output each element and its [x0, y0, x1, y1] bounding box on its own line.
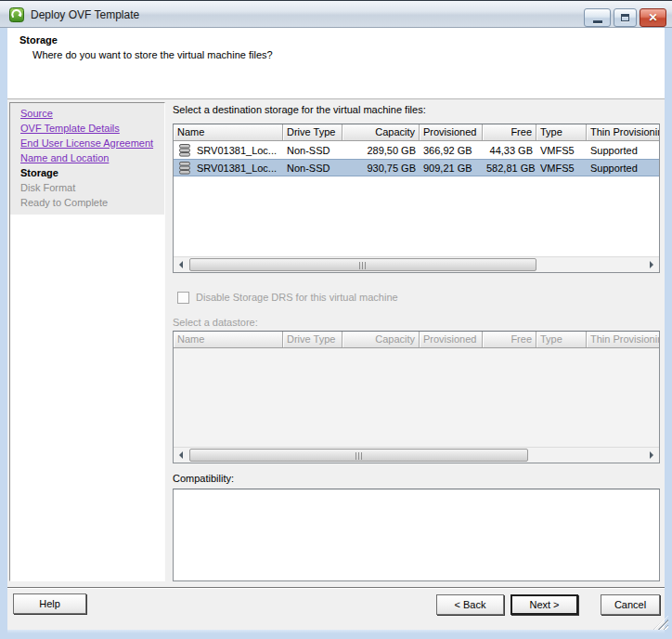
sidebar-item-ready-to-complete: Ready to Complete [10, 195, 164, 210]
disable-storage-drs-label: Disable Storage DRS for this virtual mac… [196, 292, 398, 303]
horizontal-scrollbar[interactable] [174, 447, 659, 463]
cell-provisioned: 366,92 GB [420, 145, 483, 156]
wizard-step-panel: Source OVF Template Details End User Lic… [9, 102, 165, 581]
scroll-left-arrow[interactable] [174, 448, 188, 463]
sidebar-item-name-and-location[interactable]: Name and Location [10, 150, 164, 165]
cancel-button[interactable]: Cancel [601, 594, 660, 615]
vsphere-client-icon [9, 7, 24, 22]
cell-name: SRV01381_Loc... [197, 163, 277, 174]
column-header-drive-type: Drive Type [283, 332, 342, 347]
cell-free: 44,33 GB [483, 145, 536, 156]
step-list: Source OVF Template Details End User Lic… [10, 103, 164, 215]
scrollbar-grip-icon [355, 452, 363, 460]
cell-capacity: 930,75 GB [342, 163, 420, 174]
scrollbar-thumb[interactable] [189, 258, 536, 271]
select-datastore-label: Select a datastore: [173, 317, 258, 328]
titlebar[interactable]: Deploy OVF Template ✕ [0, 0, 672, 28]
cell-capacity: 289,50 GB [342, 145, 420, 156]
sidebar-item-storage: Storage [10, 165, 164, 180]
column-header-capacity[interactable]: Capacity [342, 124, 420, 140]
select-storage-label: Select a destination storage for the vir… [173, 104, 426, 115]
cell-drive-type: Non-SSD [283, 163, 342, 174]
datastore-table-header: Name Drive Type Capacity Provisioned Fre… [174, 332, 659, 348]
left-arrow-icon [179, 451, 183, 459]
maximize-icon [621, 14, 629, 21]
cell-drive-type: Non-SSD [283, 145, 342, 156]
column-header-thin-provisioning[interactable]: Thin Provisioning [587, 124, 659, 140]
cell-name: SRV01381_Loc... [197, 145, 277, 156]
maximize-button[interactable] [614, 8, 637, 27]
column-header-type[interactable]: Type [536, 124, 587, 140]
cell-type: VMFS5 [536, 163, 587, 174]
disable-storage-drs-checkbox[interactable] [177, 292, 189, 304]
sidebar-item-disk-format: Disk Format [10, 180, 164, 195]
deploy-ovf-template-dialog: Deploy OVF Template ✕ Storage Where do y… [0, 0, 672, 639]
footer-separator [7, 587, 665, 589]
right-arrow-icon [650, 451, 653, 459]
close-icon: ✕ [648, 11, 657, 24]
compatibility-label: Compatibility: [173, 473, 234, 484]
cell-thin-provisioning: Supported [587, 163, 659, 174]
column-header-provisioned[interactable]: Provisioned [420, 124, 483, 140]
storage-table-header[interactable]: Name Drive Type Capacity Provisioned Fre… [174, 124, 659, 141]
column-header-free[interactable]: Free [483, 124, 536, 140]
page-subtitle: Where do you want to store the virtual m… [32, 49, 273, 60]
window-title: Deploy OVF Template [31, 8, 139, 21]
horizontal-scrollbar[interactable] [174, 256, 659, 272]
storage-table[interactable]: Name Drive Type Capacity Provisioned Fre… [173, 124, 660, 273]
table-row[interactable]: SRV01381_Loc... Non-SSD 289,50 GB 366,92… [174, 141, 659, 159]
help-button[interactable]: Help [13, 593, 86, 614]
table-row-selected[interactable]: SRV01381_Loc... Non-SSD 930,75 GB 909,21… [174, 159, 659, 176]
column-header-name: Name [174, 332, 283, 347]
cell-free: 582,81 GB [483, 163, 536, 174]
datastore-table: Name Drive Type Capacity Provisioned Fre… [173, 331, 660, 463]
next-button[interactable]: Next > [510, 594, 578, 615]
scroll-left-arrow[interactable] [174, 257, 188, 272]
window-frame-right [665, 28, 672, 639]
window-frame-left [0, 28, 7, 639]
wizard-header: Storage Where do you want to store the v… [7, 28, 665, 99]
column-header-thin-provisioning: Thin Provisioning [587, 332, 659, 347]
scrollbar-grip-icon [359, 262, 367, 269]
datastore-icon [179, 144, 190, 157]
cell-type: VMFS5 [536, 145, 587, 156]
minimize-button[interactable] [584, 8, 611, 27]
column-header-free: Free [483, 332, 536, 347]
sidebar-item-source[interactable]: Source [10, 106, 164, 121]
scroll-right-arrow[interactable] [644, 448, 659, 463]
column-header-capacity: Capacity [342, 332, 420, 347]
column-header-name[interactable]: Name [174, 124, 283, 140]
cell-thin-provisioning: Supported [587, 145, 659, 156]
back-button[interactable]: < Back [436, 594, 504, 615]
sidebar-item-ovf-template-details[interactable]: OVF Template Details [10, 121, 164, 136]
page-title: Storage [19, 34, 58, 46]
left-arrow-icon [179, 261, 183, 268]
datastore-icon [179, 162, 190, 175]
minimize-icon [593, 20, 602, 23]
compatibility-box [173, 489, 660, 581]
column-header-drive-type[interactable]: Drive Type [283, 124, 342, 140]
sidebar-item-end-user-license-agreement[interactable]: End User License Agreement [10, 136, 164, 150]
close-button[interactable]: ✕ [640, 8, 666, 27]
column-header-type: Type [536, 332, 587, 347]
window-frame-bottom [7, 630, 665, 639]
right-arrow-icon [650, 261, 653, 268]
cell-provisioned: 909,21 GB [420, 163, 483, 174]
scroll-right-arrow[interactable] [644, 257, 659, 272]
scrollbar-thumb[interactable] [189, 449, 528, 462]
column-header-provisioned: Provisioned [420, 332, 483, 347]
